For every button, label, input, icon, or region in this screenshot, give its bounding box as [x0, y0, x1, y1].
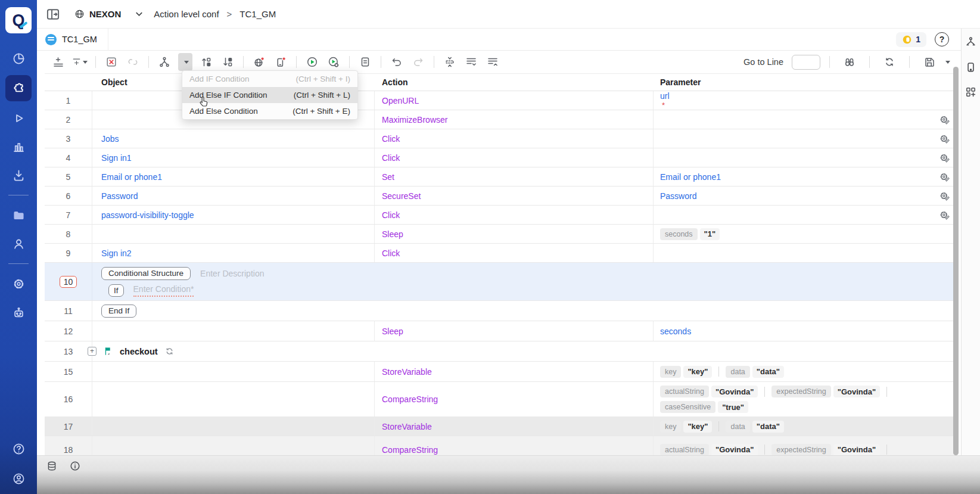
row-number[interactable]: 9 — [45, 244, 92, 262]
row-number[interactable]: 10 — [45, 263, 92, 300]
action-link[interactable]: StoreVariable — [382, 422, 432, 431]
app-logo[interactable]: Q — [5, 7, 32, 33]
save-icon[interactable] — [922, 53, 937, 71]
parameter-cell[interactable]: seconds — [654, 327, 932, 336]
tab-tc1-gm[interactable]: TC1_GM — [37, 29, 108, 51]
sidebar-item-files[interactable] — [5, 203, 32, 227]
action-link[interactable]: Click — [382, 134, 400, 144]
action-cell[interactable]: Set — [375, 167, 654, 186]
info-icon[interactable] — [69, 460, 82, 473]
conditional-structure-chip[interactable]: Conditional Structure — [101, 267, 191, 280]
menu-item-add-else-if[interactable]: Add Else IF Condition (Ctrl + Shift + L) — [182, 87, 357, 103]
row-number[interactable]: 16 — [45, 382, 92, 417]
object-link[interactable]: Sign in1 — [101, 153, 132, 163]
web-recorder-button[interactable] — [251, 53, 267, 71]
object-link[interactable]: Sign in2 — [101, 248, 132, 258]
parameter-cell[interactable]: url* — [654, 91, 932, 110]
action-cell[interactable]: MaximizeBrowser — [375, 110, 654, 129]
parameter-cell[interactable]: key"key"data"data" — [654, 366, 932, 378]
delete-step-button[interactable] — [104, 53, 119, 71]
collapse-all-button[interactable] — [485, 53, 500, 71]
parameter-link[interactable]: Password — [660, 191, 696, 201]
run-button[interactable] — [304, 53, 320, 71]
action-cell[interactable]: StoreVariable — [375, 362, 654, 381]
row-number[interactable]: 7 — [45, 206, 92, 224]
action-cell[interactable]: OpenURL — [375, 91, 654, 110]
object-cell[interactable]: Sign in1 — [92, 148, 375, 167]
parameter-link[interactable]: seconds — [660, 327, 691, 336]
object-cell[interactable] — [92, 362, 375, 381]
object-cell[interactable] — [92, 436, 375, 455]
sidebar-item-downloads[interactable] — [5, 163, 32, 187]
sidebar-item-account[interactable] — [5, 467, 32, 490]
action-link[interactable]: CompareString — [382, 445, 438, 455]
find-icon[interactable] — [842, 53, 857, 71]
sidebar-item-executions[interactable] — [5, 106, 32, 130]
step-settings-gear-icon[interactable] — [939, 133, 950, 144]
parameter-chip[interactable]: key"key" — [660, 366, 712, 378]
row-number[interactable]: 5 — [45, 167, 92, 186]
action-link[interactable]: CompareString — [382, 394, 438, 404]
action-link[interactable]: Click — [382, 248, 400, 258]
expand-all-button[interactable] — [463, 53, 479, 71]
add-step-below-button[interactable] — [51, 53, 66, 71]
object-link[interactable]: Jobs — [101, 134, 119, 144]
row-number[interactable]: 4 — [45, 148, 92, 167]
add-step-above-button[interactable] — [72, 53, 88, 71]
parameter-link[interactable]: Email or phone1 — [660, 172, 721, 182]
mobile-recorder-button[interactable] — [273, 53, 288, 71]
breadcrumb-item[interactable]: TC1_GM — [239, 9, 276, 19]
group-sync-icon[interactable] — [164, 346, 175, 356]
row-number[interactable]: 13 — [45, 341, 92, 361]
object-cell[interactable]: Password — [92, 187, 375, 205]
parameter-chip[interactable]: actualString"Govinda" — [660, 386, 758, 397]
go-to-line-input[interactable] — [792, 55, 820, 70]
expand-group-button[interactable]: + — [88, 347, 97, 356]
parameter-cell[interactable]: Email or phone1 — [654, 172, 932, 182]
row-number[interactable]: 3 — [45, 129, 92, 148]
group-label[interactable]: checkout — [120, 347, 158, 356]
step-settings-gear-icon[interactable] — [939, 152, 950, 163]
parameter-chip[interactable]: key"key" — [660, 421, 712, 433]
sidebar-item-test-builder[interactable] — [5, 75, 32, 101]
sync-icon[interactable] — [882, 53, 897, 71]
sidebar-item-reports[interactable] — [5, 135, 32, 159]
row-number[interactable]: 12 — [45, 321, 92, 341]
unlink-step-button[interactable] — [125, 53, 141, 71]
step-settings-gear-icon[interactable] — [939, 209, 950, 220]
object-cell[interactable] — [92, 382, 375, 417]
action-link[interactable]: StoreVariable — [382, 367, 432, 377]
row-number[interactable]: 18 — [45, 436, 92, 455]
description-placeholder[interactable]: Enter Description — [200, 269, 264, 278]
object-cell[interactable]: Email or phone1 — [92, 167, 375, 186]
condition-placeholder[interactable]: Enter Condition* — [133, 284, 194, 297]
action-link[interactable]: SecureSet — [382, 191, 421, 201]
object-cell[interactable] — [92, 321, 375, 341]
conditional-structure-button[interactable] — [157, 53, 172, 71]
action-cell[interactable]: Click — [375, 129, 654, 148]
action-cell[interactable]: SecureSet — [375, 187, 654, 205]
step-settings-gear-icon[interactable] — [939, 114, 950, 125]
vertical-scrollbar[interactable] — [953, 67, 959, 455]
move-step-down-button[interactable] — [220, 53, 235, 71]
parameter-chip[interactable]: actualString"Govinda" — [660, 444, 758, 456]
chevron-down-icon[interactable] — [133, 8, 145, 20]
conditional-structure-menu-button[interactable] — [178, 53, 192, 71]
move-step-up-button[interactable] — [198, 53, 214, 71]
sidebar-item-help[interactable] — [5, 437, 32, 461]
row-number[interactable]: 6 — [45, 187, 92, 205]
breadcrumb-project[interactable]: NEXON — [89, 9, 121, 19]
row-number[interactable]: 1 — [45, 91, 92, 110]
row-number[interactable]: 2 — [45, 110, 92, 129]
parameter-cell[interactable]: actualString"Govinda"expectedString"Govi… — [654, 386, 932, 413]
end-if-chip[interactable]: End If — [101, 305, 136, 318]
action-cell[interactable]: Sleep — [375, 321, 654, 341]
redo-button[interactable] — [410, 53, 426, 71]
menu-item-add-else[interactable]: Add Else Condition (Ctrl + Shift + E) — [182, 103, 357, 119]
object-cell[interactable]: Jobs — [92, 129, 375, 148]
row-number[interactable]: 11 — [45, 301, 92, 321]
action-link[interactable]: Sleep — [382, 229, 403, 239]
object-cell[interactable] — [92, 225, 375, 243]
menu-item-add-if[interactable]: Add IF Condition (Ctrl + Shift + I) — [182, 71, 357, 87]
parameter-cell[interactable]: key"key"data"data" — [654, 421, 932, 433]
